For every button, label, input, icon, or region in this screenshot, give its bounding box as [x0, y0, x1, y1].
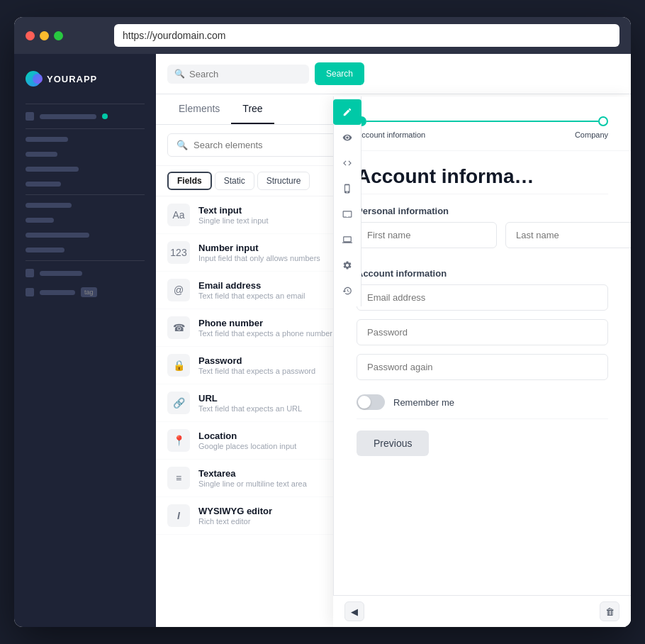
close-traffic-light[interactable] [26, 31, 35, 40]
history-icon [342, 286, 352, 296]
step-line [366, 121, 598, 122]
first-name-field[interactable] [357, 222, 497, 248]
toolbar-desktop-btn[interactable] [333, 227, 361, 252]
search-icon: 🔍 [174, 69, 185, 79]
url-name: URL [198, 393, 302, 404]
location-icon: 📍 [167, 429, 190, 452]
sidebar-icon-11 [26, 288, 34, 296]
maximize-traffic-light[interactable] [54, 31, 63, 40]
url-desc: Text field that expects an URL [198, 404, 302, 413]
step-dot-2 [598, 116, 608, 126]
stepper-bar: Account information Company [334, 96, 631, 151]
toolbar-preview-btn[interactable] [333, 125, 361, 150]
phone-name: Phone number [198, 318, 332, 328]
wysiwyg-name: WYSIWYG editor [198, 506, 272, 516]
textarea-desc: Single line or multiline text area [198, 479, 307, 488]
url-icon: 🔗 [167, 392, 190, 414]
sidebar-label-1 [40, 114, 96, 119]
sidebar-tag-11: tag [81, 287, 97, 297]
toolbar-tablet-btn[interactable] [333, 201, 361, 227]
right-overlay: × Account information Company [333, 96, 631, 627]
tab-elements[interactable]: Elements [167, 94, 231, 124]
phone-icon: ☎ [167, 316, 190, 339]
edit-icon [342, 107, 352, 117]
email-name: Email address [198, 280, 305, 291]
password-desc: Text field that expects a password [198, 367, 315, 375]
mobile-icon [342, 184, 352, 194]
toolbar-history-btn[interactable] [333, 278, 361, 304]
delete-button[interactable]: 🗑 [600, 601, 619, 621]
sidebar-status-dot [102, 113, 108, 119]
filter-static[interactable]: Static [215, 172, 254, 190]
email-row [334, 284, 631, 319]
email-field[interactable] [357, 284, 608, 311]
sidebar-item-2[interactable] [14, 132, 156, 147]
wysiwyg-desc: Rich text editor [198, 517, 272, 526]
sidebar-item-1[interactable] [14, 107, 156, 126]
sidebar-icon-1 [26, 112, 34, 121]
toolbar-settings-btn[interactable] [333, 252, 361, 278]
filter-structure[interactable]: Structure [257, 172, 310, 190]
tab-tree[interactable]: Tree [231, 94, 274, 124]
sidebar-label-9 [26, 248, 64, 252]
sidebar-item-4[interactable] [14, 162, 156, 177]
password-name: Password [198, 355, 315, 366]
sidebar-nav: tag [14, 107, 156, 616]
filter-fields[interactable]: Fields [167, 172, 212, 190]
password-icon: 🔒 [167, 354, 190, 377]
toggle-row: Remember me [334, 389, 631, 418]
remember-me-toggle[interactable] [357, 394, 385, 410]
search-button[interactable]: Search [315, 62, 364, 85]
account-info-label: Account information [334, 257, 631, 284]
sidebar-item-7[interactable] [14, 213, 156, 228]
sidebar-divider-4 [26, 260, 145, 261]
sidebar-item-3[interactable] [14, 147, 156, 162]
email-icon: @ [167, 279, 190, 301]
toolbar-code-btn[interactable] [333, 150, 361, 176]
number-input-name: Number input [198, 243, 320, 253]
text-input-name: Text input [198, 205, 268, 216]
form-panel: × Account information Company [334, 96, 631, 627]
traffic-lights [26, 31, 63, 40]
previous-button[interactable]: Previous [357, 431, 429, 456]
collapse-button[interactable]: ◀ [344, 601, 364, 621]
last-name-field[interactable] [505, 222, 631, 248]
minimize-traffic-light[interactable] [40, 31, 49, 40]
sidebar-label-10 [40, 271, 82, 276]
sidebar-label-11 [40, 290, 75, 295]
sidebar-item-9[interactable] [14, 243, 156, 257]
text-input-desc: Single line text input [198, 216, 268, 225]
toolbar-mobile-btn[interactable] [333, 176, 361, 201]
main-panel: 🔍 Search Elements Tree [156, 54, 631, 627]
search-bar-area: 🔍 Search [156, 54, 631, 94]
sidebar-label-6 [26, 203, 72, 208]
sidebar-item-8[interactable] [14, 228, 156, 243]
sidebar-item-5[interactable] [14, 177, 156, 191]
eye-icon [342, 133, 352, 143]
password-again-field[interactable] [357, 354, 608, 380]
remember-me-label: Remember me [393, 397, 454, 408]
phone-desc: Text field that expects a phone number [198, 329, 332, 338]
sidebar-label-3 [26, 152, 57, 157]
bottom-bar: ◀ 🗑 [333, 595, 631, 627]
sidebar-item-10[interactable] [14, 264, 156, 282]
email-desc: Text field that expects an email [198, 292, 305, 300]
step-label-2: Company [575, 131, 608, 139]
search-input-wrap: 🔍 [167, 65, 309, 84]
url-text: https://yourdomain.com [123, 30, 226, 41]
code-icon [342, 158, 352, 168]
personal-info-row [334, 222, 631, 257]
password-again-row [334, 354, 631, 389]
toolbar-edit-btn[interactable] [333, 99, 361, 125]
search-input[interactable] [189, 69, 302, 79]
stepper [357, 116, 608, 126]
location-name: Location [198, 431, 296, 441]
address-bar[interactable]: https://yourdomain.com [114, 24, 619, 47]
sidebar-item-11[interactable]: tag [14, 282, 156, 302]
number-input-icon: 123 [167, 241, 190, 264]
password-field[interactable] [357, 319, 608, 345]
sidebar-label-2 [26, 137, 68, 142]
elements-search-icon: 🔍 [176, 140, 188, 150]
sidebar-item-6[interactable] [14, 198, 156, 213]
logo-icon [26, 71, 41, 87]
